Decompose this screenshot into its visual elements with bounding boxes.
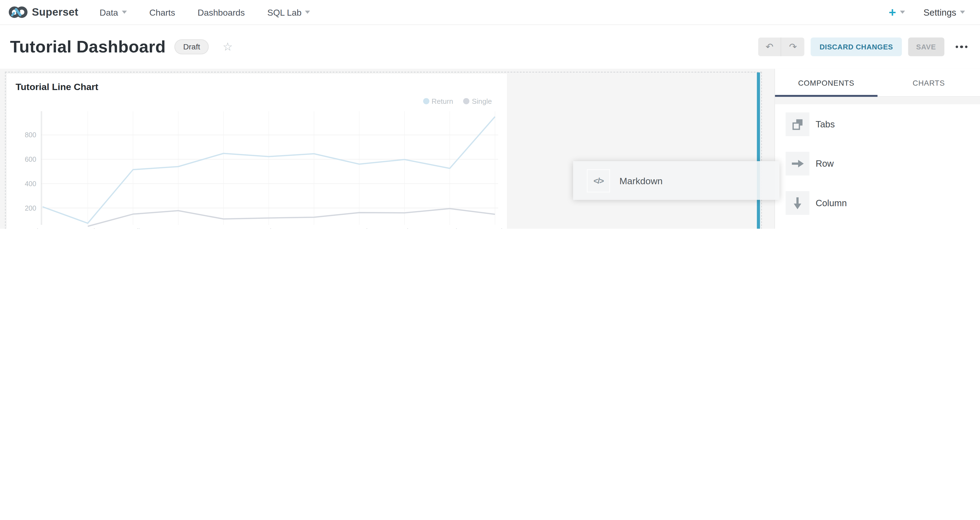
- tab-components[interactable]: COMPONENTS: [775, 69, 878, 97]
- svg-text:800: 800: [25, 131, 36, 139]
- status-badge: Draft: [175, 39, 209, 54]
- page-title: Tutorial Dashboard: [10, 37, 165, 57]
- nav-item-sql-lab[interactable]: SQL Lab: [267, 7, 310, 17]
- builder-sidebar: COMPONENTS CHARTS TabsRowColumnHHeader</…: [775, 69, 980, 229]
- column-icon: [786, 191, 810, 214]
- legend-label: Return: [432, 97, 453, 105]
- chevron-down-icon: [960, 11, 965, 14]
- sidebar-item-column[interactable]: Column: [775, 183, 980, 222]
- svg-text:November: November: [434, 227, 465, 229]
- nav-item-dashboards[interactable]: Dashboards: [197, 7, 245, 17]
- svg-text:April: April: [126, 227, 140, 229]
- svg-text:May: May: [172, 227, 185, 229]
- undo-icon: ↶: [766, 41, 774, 52]
- workspace: Tutorial Line Chart 200400600800February…: [0, 69, 980, 229]
- discard-changes-button[interactable]: DISCARD CHANGES: [811, 37, 902, 56]
- sidebar-item-label: Column: [816, 198, 847, 208]
- dashboard-canvas: Tutorial Line Chart 200400600800February…: [0, 69, 775, 229]
- markdown-icon: </>: [587, 169, 610, 192]
- nav-item-label: Charts: [150, 7, 175, 17]
- drag-ghost-label: Markdown: [619, 175, 662, 186]
- brand-name: Superset: [32, 6, 78, 18]
- series-single: [88, 209, 495, 226]
- svg-text:July: July: [262, 227, 275, 229]
- nav-item-charts[interactable]: Charts: [150, 7, 175, 17]
- top-navbar: Superset DataChartsDashboardsSQL Lab + S…: [0, 0, 980, 25]
- svg-text:September: September: [342, 227, 376, 229]
- nav-menu: DataChartsDashboardsSQL Lab: [100, 7, 333, 17]
- sidebar-item-row[interactable]: Row: [775, 144, 980, 183]
- chevron-down-icon: [305, 11, 310, 14]
- undo-button[interactable]: ↶: [758, 37, 781, 56]
- redo-icon: ↷: [789, 41, 797, 52]
- sidebar-item-label: Tabs: [816, 119, 835, 129]
- line-chart: 200400600800FebruaryMarchAprilMayJuneJul…: [7, 74, 507, 229]
- sidebar-item-header[interactable]: HHeader: [775, 222, 980, 229]
- component-list: TabsRowColumnHHeader</>MarkdownDivider: [775, 104, 980, 229]
- row-icon: [786, 152, 810, 175]
- chevron-down-icon: [900, 11, 905, 14]
- add-new-button[interactable]: +: [889, 6, 905, 18]
- legend-single[interactable]: Single: [463, 97, 492, 105]
- nav-item-label: Dashboards: [197, 7, 245, 17]
- sidebar-item-tabs[interactable]: Tabs: [775, 104, 980, 144]
- more-menu-button[interactable]: [953, 43, 970, 51]
- settings-label: Settings: [923, 7, 956, 17]
- superset-logo-icon: [9, 5, 27, 19]
- nav-item-label: SQL Lab: [267, 7, 302, 17]
- svg-text:October: October: [392, 227, 417, 229]
- star-icon[interactable]: ☆: [223, 40, 233, 54]
- more-icon: [955, 45, 958, 48]
- svg-text:December: December: [479, 227, 507, 229]
- drop-indicator: [757, 73, 760, 229]
- chart-legend: ReturnSingle: [423, 97, 492, 105]
- sidebar-tabs: COMPONENTS CHARTS: [775, 69, 980, 97]
- undo-redo-group: ↶ ↷: [758, 37, 805, 56]
- active-tab-underline: [775, 95, 878, 97]
- legend-dot-icon: [463, 98, 469, 104]
- nav-item-data[interactable]: Data: [100, 7, 127, 17]
- svg-text:200: 200: [25, 204, 36, 212]
- sidebar-divider-strip: [775, 97, 980, 104]
- svg-text:400: 400: [25, 180, 36, 187]
- superset-logo[interactable]: Superset: [9, 5, 78, 19]
- chevron-down-icon: [122, 11, 127, 14]
- legend-label: Single: [472, 97, 492, 105]
- dashboard-row-1: Tutorial Line Chart 200400600800February…: [5, 72, 762, 229]
- dashboard-header: Tutorial Dashboard Draft ☆ ↶ ↷ DISCARD C…: [0, 25, 980, 69]
- svg-text:August: August: [303, 227, 325, 229]
- legend-dot-icon: [423, 98, 429, 104]
- redo-button[interactable]: ↷: [781, 37, 805, 56]
- nav-item-label: Data: [100, 7, 118, 17]
- legend-return[interactable]: Return: [423, 97, 453, 105]
- svg-text:February: February: [29, 227, 57, 229]
- sidebar-item-label: Row: [816, 159, 834, 168]
- plus-icon: +: [889, 6, 896, 18]
- svg-text:600: 600: [25, 155, 36, 163]
- save-button[interactable]: SAVE: [908, 37, 944, 56]
- settings-menu[interactable]: Settings: [923, 7, 965, 17]
- tabs-icon: [786, 112, 810, 136]
- tab-charts[interactable]: CHARTS: [878, 69, 980, 97]
- svg-text:March: March: [78, 227, 97, 229]
- line-chart-panel[interactable]: Tutorial Line Chart 200400600800February…: [7, 74, 507, 229]
- drag-ghost-markdown[interactable]: </> Markdown: [573, 161, 780, 200]
- svg-text:June: June: [216, 227, 231, 229]
